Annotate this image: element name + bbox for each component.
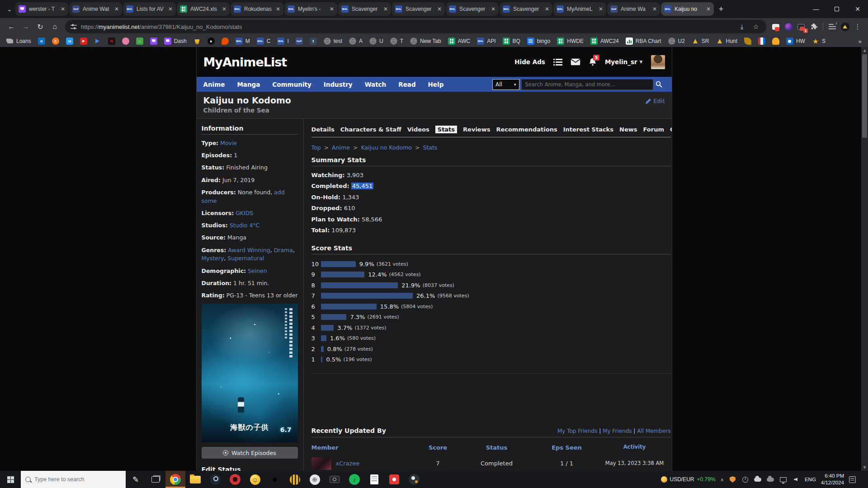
bookmark-c[interactable]: C: [257, 38, 271, 45]
column-header-status[interactable]: Status: [458, 444, 535, 451]
browser-tab[interactable]: AWC24.xls✕: [177, 2, 230, 16]
address-bar[interactable]: https://myanimelist.net/anime/37981/Kaij…: [65, 20, 766, 33]
close-tab-icon[interactable]: ✕: [383, 6, 388, 12]
wallet-extension-icon[interactable]: [770, 21, 782, 33]
ditto-taskbar-button[interactable]: ⊕: [305, 471, 325, 488]
bookmark-i[interactable]: I: [277, 38, 288, 45]
taskbar-search-input[interactable]: [34, 476, 111, 483]
close-tab-icon[interactable]: ✕: [222, 6, 226, 12]
recent-link-all-members[interactable]: All Members: [637, 428, 670, 434]
back-icon[interactable]: ←: [5, 20, 18, 33]
folder-taskbar-button[interactable]: [185, 471, 205, 488]
poster-image[interactable]: 海獣の子供 6.7: [202, 304, 298, 442]
browser-tab[interactable]: Scavenger✕: [446, 2, 499, 16]
volume-icon[interactable]: [792, 476, 800, 483]
bookmark-home[interactable]: [136, 38, 143, 45]
bookmark-test[interactable]: test: [324, 38, 342, 45]
close-button[interactable]: ✕: [847, 0, 868, 18]
camera-taskbar-button[interactable]: [325, 471, 344, 488]
reload-icon[interactable]: ↻: [33, 20, 47, 33]
orb-extension-icon[interactable]: [783, 21, 794, 33]
column-header-score[interactable]: Score: [418, 444, 458, 451]
pen-taskbar-button[interactable]: ✎: [126, 471, 146, 488]
bookmark-play[interactable]: [94, 38, 101, 45]
nav-item-anime[interactable]: Anime: [203, 81, 225, 88]
search-filter-select[interactable]: All▾: [492, 79, 519, 90]
bell-icon[interactable]: 5: [589, 58, 597, 66]
badged-extension-icon[interactable]: 1: [795, 21, 807, 33]
tab-videos[interactable]: Videos: [407, 126, 429, 133]
bookmark-awc24[interactable]: AWC24: [590, 38, 619, 45]
column-header-member[interactable]: Member: [311, 444, 418, 451]
info-link[interactable]: Movie: [220, 140, 237, 146]
info-link[interactable]: Award Winning: [228, 247, 270, 253]
bookmark-hw[interactable]: HW: [786, 38, 805, 45]
bookmark-m[interactable]: M: [236, 38, 250, 45]
member-name-link[interactable]: xCrazee: [336, 460, 360, 467]
url-text[interactable]: https://myanimelist.net/anime/37981/Kaij…: [81, 23, 733, 30]
spotify-taskbar-button[interactable]: ♪: [344, 471, 364, 488]
bookmark-youtube[interactable]: [80, 38, 87, 45]
tab-clubs[interactable]: Clubs: [670, 126, 672, 133]
username-menu[interactable]: Myelin_sr▼: [605, 58, 643, 66]
column-header-activity[interactable]: Activity: [599, 444, 671, 451]
bookmark-t[interactable]: T: [390, 38, 403, 45]
browser-tab[interactable]: Scavenger✕: [500, 2, 552, 16]
bookmark-flag[interactable]: [758, 38, 765, 45]
obs-taskbar-button[interactable]: [404, 471, 424, 488]
close-tab-icon[interactable]: ✕: [491, 6, 495, 12]
home-icon[interactable]: ⌂: [48, 20, 61, 33]
browser-tab[interactable]: Rokudenas✕: [231, 2, 283, 16]
browser-tab[interactable]: werster - T✕: [15, 2, 68, 16]
close-tab-icon[interactable]: ✕: [276, 6, 280, 12]
browser-tab[interactable]: Scavenger✕: [338, 2, 391, 16]
action-center-icon[interactable]: [849, 476, 856, 483]
breadcrumb-anime[interactable]: Anime: [332, 144, 350, 151]
security-shield-icon[interactable]: [729, 476, 736, 483]
bookmark-hwde[interactable]: HWDE: [557, 38, 584, 45]
close-tab-icon[interactable]: ✕: [168, 6, 173, 12]
info-link[interactable]: Drama: [274, 247, 293, 253]
scroll-down-arrow[interactable]: ▼: [861, 464, 868, 471]
bookmark-bingo[interactable]: bingo: [527, 38, 550, 45]
tab-characters-staff[interactable]: Characters & Staff: [340, 126, 401, 133]
bookmark-hi[interactable]: [66, 38, 73, 45]
close-tab-icon[interactable]: ✕: [706, 6, 711, 12]
tray-expand-icon[interactable]: ∧: [721, 477, 724, 482]
bookmark-hunt[interactable]: Hunt: [716, 38, 737, 45]
bookmark-tblue[interactable]: [310, 38, 317, 45]
site-settings-icon[interactable]: [71, 24, 77, 29]
browser-tab[interactable]: Scavenger✕: [392, 2, 445, 16]
recent-link-my-friends[interactable]: My Friends: [603, 428, 632, 434]
column-header-eps-seen[interactable]: Eps Seen: [535, 444, 599, 451]
scrollbar-thumb[interactable]: [862, 54, 867, 138]
nav-item-manga[interactable]: Manga: [237, 81, 260, 88]
list-icon[interactable]: [553, 58, 562, 66]
breadcrumb-kaijuu-no-kodomo[interactable]: Kaijuu no Kodomo: [361, 144, 412, 151]
close-tab-icon[interactable]: ✕: [599, 6, 603, 12]
bookmark-pink[interactable]: [122, 38, 129, 45]
bookmark-rba-chart[interactable]: RBA Chart: [626, 38, 661, 45]
start-button[interactable]: [0, 471, 21, 488]
media-playlist-icon[interactable]: [826, 21, 838, 33]
taskbar-search[interactable]: [21, 471, 126, 488]
close-tab-icon[interactable]: ✕: [114, 6, 119, 12]
close-tab-icon[interactable]: ✕: [61, 6, 65, 12]
info-link[interactable]: Supernatural: [227, 255, 264, 262]
scroll-up-arrow[interactable]: ▲: [861, 47, 868, 54]
tab-forum[interactable]: Forum: [643, 126, 664, 133]
bookmark-spade[interactable]: [208, 38, 215, 45]
nav-item-industry[interactable]: Industry: [324, 81, 353, 88]
breadcrumb-top[interactable]: Top: [311, 144, 321, 151]
emoji2-taskbar-button[interactable]: ☻: [265, 471, 285, 488]
bookmark-fox[interactable]: [222, 38, 229, 45]
bookmark-bq[interactable]: BQ: [503, 38, 520, 45]
watch-episodes-button[interactable]: Watch Episodes: [202, 447, 298, 459]
close-tab-icon[interactable]: ✕: [437, 6, 442, 12]
chrome-taskbar-button[interactable]: [165, 471, 185, 488]
mal-logo[interactable]: MyAnimeList: [203, 55, 287, 69]
taskview-taskbar-button[interactable]: [146, 471, 165, 488]
bookmark-outlook[interactable]: [38, 38, 45, 45]
browser-tab[interactable]: Myelin's -✕: [284, 2, 337, 16]
bookmark-u2[interactable]: U2: [668, 38, 685, 45]
